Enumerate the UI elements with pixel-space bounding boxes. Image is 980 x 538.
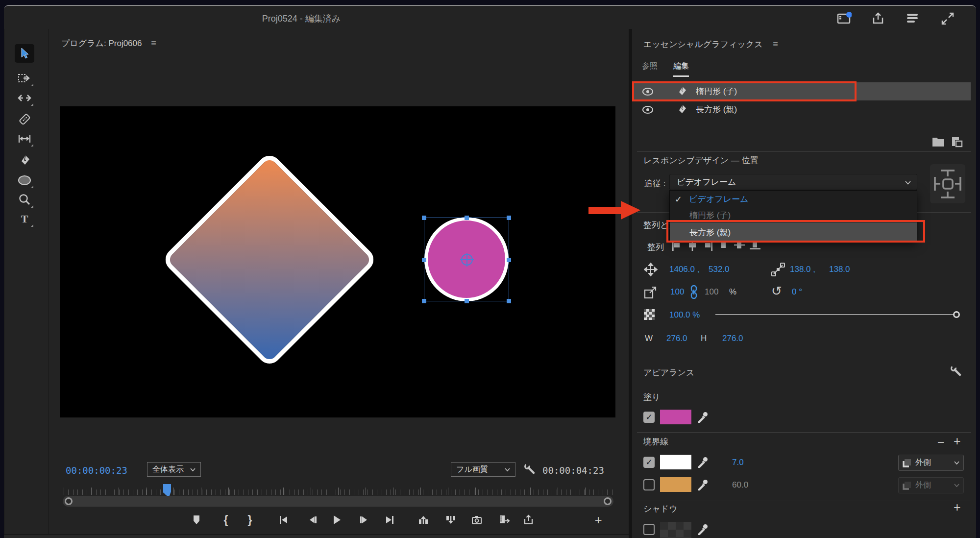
opacity-slider[interactable] [715, 314, 956, 315]
menu-item-video-frame[interactable]: ✓ ビデオフレーム [670, 191, 917, 208]
eg-panel-menu-icon[interactable]: ≡ [773, 39, 778, 49]
menu-item-rectangle[interactable]: 長方形 (親) [670, 222, 917, 243]
plus-icon: + [594, 513, 602, 528]
step-forward-icon [359, 515, 369, 525]
remove-stroke-button[interactable]: − [937, 437, 945, 447]
track-select-tool[interactable] [15, 69, 34, 88]
zoom-tool[interactable] [15, 191, 34, 209]
visibility-eye-icon[interactable] [642, 88, 654, 96]
mark-out-button[interactable]: } [243, 513, 257, 527]
fill-checkbox[interactable]: ✓ [643, 412, 655, 423]
shadow-checkbox[interactable] [643, 524, 655, 535]
step-back-button[interactable] [305, 513, 320, 527]
step-forward-button[interactable] [357, 513, 371, 527]
razor-tool[interactable] [15, 110, 34, 128]
selection-handle[interactable] [422, 216, 426, 220]
extract-button[interactable] [443, 513, 458, 527]
opacity-slider-handle[interactable] [953, 311, 960, 318]
settings-wrench-icon[interactable] [523, 463, 536, 476]
scale-value[interactable]: 100 [670, 287, 684, 297]
fill-color-swatch[interactable] [660, 410, 691, 424]
go-to-in-icon [278, 515, 289, 525]
add-shadow-button[interactable]: + [954, 502, 961, 512]
height-value[interactable]: 276.0 [722, 334, 743, 343]
selection-handle[interactable] [507, 299, 511, 303]
scrollbar-right-knob[interactable] [604, 497, 612, 505]
program-panel-menu-icon[interactable]: ≡ [151, 38, 156, 48]
slip-tool[interactable] [15, 129, 34, 148]
stroke1-width-value[interactable]: 7.0 [732, 458, 744, 467]
rectangle-parent-shape[interactable] [161, 151, 378, 368]
selection-handle[interactable] [422, 258, 426, 262]
play-button[interactable] [329, 513, 344, 527]
layer-row-rectangle[interactable]: 長方形 (親) [632, 100, 971, 119]
lift-button[interactable] [416, 513, 431, 527]
quality-select-dropdown[interactable]: フル画質 [451, 462, 515, 477]
pin-to-dropdown[interactable]: ビデオフレーム [669, 174, 917, 190]
stroke2-eyedropper-icon[interactable] [697, 477, 710, 491]
pin-diagram-widget[interactable] [930, 164, 965, 203]
fill-eyedropper-icon[interactable] [697, 410, 710, 423]
scrollbar-left-knob[interactable] [65, 497, 73, 505]
type-tool[interactable]: T [15, 210, 34, 228]
export-frame-button[interactable] [469, 513, 484, 527]
panel-divider[interactable] [629, 29, 632, 538]
tab-edit[interactable]: 編集 [673, 61, 689, 77]
ripple-edit-tool[interactable] [15, 89, 34, 107]
button-editor-button[interactable]: + [591, 513, 606, 527]
workspace-menu-icon[interactable] [906, 12, 922, 24]
anchor-x-value[interactable]: 138.0 , [790, 265, 815, 274]
opacity-value[interactable]: 100.0 % [669, 310, 700, 320]
tab-browse[interactable]: 参照 [642, 61, 658, 75]
zoom-scrollbar[interactable] [63, 496, 613, 507]
stroke1-type-dropdown[interactable]: 外側 [898, 455, 964, 471]
go-to-out-button[interactable] [383, 513, 397, 527]
stroke1-eyedropper-icon[interactable] [697, 455, 710, 468]
stroke2-type-dropdown[interactable]: 外側 [898, 477, 964, 493]
menu-item-ellipse[interactable]: 楕円形 (子) [670, 208, 917, 222]
current-timecode[interactable]: 00:00:00:23 [66, 465, 127, 476]
content-area: T プログラム: Proj0606 ≡ [4, 29, 976, 538]
add-stroke-button[interactable]: + [954, 436, 961, 446]
selection-tool[interactable] [15, 44, 34, 63]
workspace-panel-icon[interactable] [837, 12, 854, 24]
position-y-value[interactable]: 532.0 [709, 265, 730, 274]
layer-row-ellipse[interactable]: 楕円形 (子) [632, 82, 971, 100]
share-icon[interactable] [871, 12, 888, 24]
essential-graphics-panel: エッセンシャルグラフィックス ≡ 参照 編集 楕円形 (子) 長方形 (親) レ… [632, 29, 976, 538]
stroke2-color-swatch[interactable] [660, 477, 691, 492]
appearance-wrench-icon[interactable] [950, 365, 962, 378]
fullscreen-icon[interactable] [941, 12, 957, 24]
time-ruler[interactable] [64, 488, 612, 495]
stroke1-color-swatch[interactable] [660, 455, 691, 469]
shadow-eyedropper-icon[interactable] [697, 522, 710, 536]
selection-handle[interactable] [507, 258, 511, 262]
go-to-in-button[interactable] [276, 513, 291, 527]
fit-select-dropdown[interactable]: 全体表示 [147, 462, 201, 477]
mark-in-button[interactable]: { [219, 513, 233, 527]
stroke2-checkbox[interactable] [643, 479, 655, 490]
width-value[interactable]: 276.0 [666, 334, 687, 343]
anchor-y-value[interactable]: 138.0 [829, 265, 850, 274]
new-folder-icon[interactable] [931, 136, 945, 147]
export-media-button[interactable] [521, 513, 536, 527]
rotation-value[interactable]: 0 ° [792, 287, 802, 297]
ellipse-tool[interactable] [15, 171, 34, 190]
export-media-icon [523, 514, 534, 525]
comparison-view-button[interactable] [497, 513, 512, 527]
stroke2-type-value: 外側 [915, 480, 950, 490]
pen-tool[interactable] [15, 151, 34, 170]
shadow-color-swatch[interactable] [660, 522, 691, 538]
position-x-value[interactable]: 1406.0 , [669, 265, 699, 274]
selection-handle[interactable] [507, 216, 511, 220]
selection-handle[interactable] [465, 216, 469, 220]
stroke1-checkbox[interactable]: ✓ [643, 457, 655, 468]
link-scale-icon[interactable] [690, 285, 698, 299]
visibility-eye-icon[interactable] [642, 106, 654, 114]
new-layer-icon[interactable] [951, 136, 963, 147]
selection-handle[interactable] [422, 299, 426, 303]
selection-handle[interactable] [465, 299, 469, 303]
anchor-point-icon[interactable] [460, 253, 474, 267]
video-canvas[interactable] [60, 106, 615, 417]
add-marker-button[interactable] [189, 513, 204, 527]
